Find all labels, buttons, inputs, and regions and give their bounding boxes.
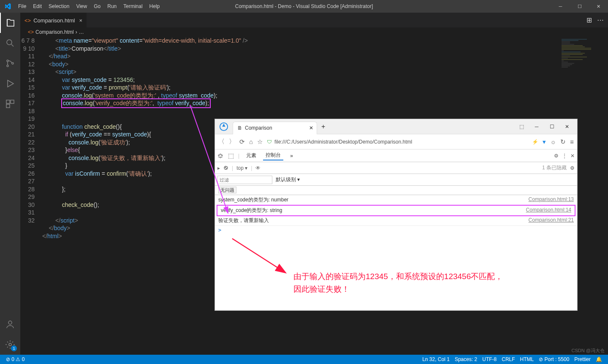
devtools-tab-console[interactable]: 控制台 <box>263 151 283 160</box>
console-row: 验证失败，请重新输入 Comparison.html:21 <box>215 216 577 226</box>
browser-tab-close-icon[interactable]: ✕ <box>309 125 313 131</box>
inspect-icon[interactable]: ⯐ <box>217 152 224 159</box>
console-row: system_code的类型为: number Comparison.html:… <box>215 195 577 205</box>
url-text: file:///C:/Users/Administrator/Desktop/D… <box>274 139 412 145</box>
devtools-menu-icon[interactable]: ⋮ <box>562 153 567 159</box>
menu-view[interactable]: View <box>73 3 90 9</box>
menu-file[interactable]: File <box>15 3 30 9</box>
console-source-link[interactable]: Comparison.html:21 <box>529 217 574 224</box>
theme-icon[interactable]: ☼ <box>550 138 556 145</box>
console-toolbar: ▸ 🛇 | top ▾ | 👁 1 条已隐藏 ⚙ <box>215 162 577 174</box>
source-control-icon[interactable] <box>0 53 20 73</box>
svg-point-1 <box>7 60 8 62</box>
status-eol[interactable]: CRLF <box>499 356 517 362</box>
breadcrumb-sep: › <box>76 29 77 35</box>
log-level-dropdown[interactable]: 默认级别 ▾ <box>276 176 300 183</box>
forward-button[interactable]: 〉 <box>229 138 235 146</box>
browser-tab-title: Comparison <box>245 125 272 131</box>
status-cursor[interactable]: Ln 32, Col 1 <box>420 356 452 362</box>
breadcrumb-ell: … <box>79 29 84 35</box>
menu-run[interactable]: Run <box>104 3 120 9</box>
device-icon[interactable]: ⬚ <box>228 152 234 160</box>
console-context[interactable]: top ▾ <box>236 165 247 171</box>
browser-extension-icon[interactable]: ⬚ <box>515 124 528 130</box>
devtools-header: ⯐ ⬚ | 元素 控制台 » ⚙ ⋮ ✕ <box>215 149 577 162</box>
back-button[interactable]: 〈 <box>218 138 225 146</box>
window-title: Comparison.html - Demo - Visual Studio C… <box>235 3 373 9</box>
console-clear-icon[interactable]: 🛇 <box>223 165 228 171</box>
tab-comparison[interactable]: <> Comparison.html × <box>20 13 87 27</box>
new-tab-button[interactable]: + <box>317 123 329 130</box>
lightning-icon[interactable]: ⚡ <box>532 139 538 145</box>
hidden-count: 1 条已隐藏 <box>542 164 567 171</box>
console-prompt[interactable]: > <box>215 226 577 234</box>
minimize-button[interactable]: ─ <box>551 0 570 13</box>
console-message: system_code的类型为: number <box>218 196 529 204</box>
tab-label: Comparison.html <box>33 17 75 24</box>
browser-logo-icon[interactable] <box>215 122 233 131</box>
tab-close-icon[interactable]: × <box>79 17 82 24</box>
status-errors[interactable]: ⊘ 0 ⚠ 0 <box>3 356 27 362</box>
console-source-link[interactable]: Comparison.html:14 <box>526 207 571 214</box>
browser-maximize-button[interactable]: ☐ <box>545 124 559 130</box>
run-debug-icon[interactable] <box>0 73 20 94</box>
issues-row: 无问题 <box>215 186 577 195</box>
devtools-tab-more[interactable]: » <box>288 152 296 160</box>
maximize-button[interactable]: ☐ <box>570 0 589 13</box>
menu-go[interactable]: Go <box>90 3 104 9</box>
status-prettier[interactable]: Prettier <box>572 356 593 362</box>
extensions-icon[interactable] <box>0 94 20 114</box>
console-settings-icon[interactable]: ⚙ <box>570 165 575 171</box>
svg-point-8 <box>9 343 11 346</box>
svg-rect-4 <box>6 100 10 103</box>
menu-edit[interactable]: Edit <box>30 3 45 9</box>
reload-button[interactable]: ⟳ <box>239 138 245 146</box>
status-bell-icon[interactable]: 🔔 <box>593 356 605 362</box>
vscode-logo-icon <box>0 3 15 10</box>
breadcrumb-file: Comparison.html <box>35 29 74 35</box>
status-liveserver[interactable]: ⊘ Port : 5500 <box>536 356 572 362</box>
titlebar: File Edit Selection View Go Run Terminal… <box>0 0 608 13</box>
status-spaces[interactable]: Spaces: 2 <box>452 356 480 362</box>
console-play-icon[interactable]: ▸ <box>217 165 220 171</box>
search-icon[interactable] <box>0 33 20 53</box>
devtools-close-icon[interactable]: ✕ <box>570 153 575 159</box>
breadcrumb[interactable]: <> Comparison.html › … <box>20 27 608 37</box>
chevron-down-icon[interactable]: ▾ <box>543 138 546 146</box>
browser-minimize-button[interactable]: ─ <box>530 124 543 130</box>
explorer-icon[interactable] <box>0 13 20 33</box>
line-gutter: 6 7 8 9 10 11 12 13 14 15 16 17 18 19 20… <box>20 37 42 355</box>
console-eye-icon[interactable]: 👁 <box>255 165 261 171</box>
no-issues-badge[interactable]: 无问题 <box>218 187 236 193</box>
account-icon[interactable] <box>0 314 20 334</box>
svg-point-2 <box>7 65 8 67</box>
html-file-icon: <> <box>24 17 31 24</box>
console-message: 验证失败，请重新输入 <box>218 217 529 224</box>
devtools-settings-icon[interactable]: ⚙ <box>554 153 559 159</box>
browser-close-button[interactable]: ✕ <box>560 124 574 130</box>
security-shield-icon: 🛡 <box>267 139 272 145</box>
devtools-tab-elements[interactable]: 元素 <box>244 151 259 160</box>
favorite-button[interactable]: ☆ <box>257 138 263 146</box>
status-encoding[interactable]: UTF-8 <box>480 356 499 362</box>
menu-icon[interactable]: ≡ <box>570 138 574 145</box>
svg-rect-5 <box>11 100 14 103</box>
tab-actions: ⊞ ⋯ <box>586 16 608 24</box>
browser-tab[interactable]: 🗎 Comparison ✕ <box>233 122 317 134</box>
console-filter-input[interactable] <box>217 176 272 184</box>
menu-help[interactable]: Help <box>146 3 163 9</box>
annotation-line1: 由于输入的验证码为12345，和系统预设的123456不匹配， <box>293 270 503 283</box>
status-language[interactable]: HTML <box>518 356 537 362</box>
history-icon[interactable]: ↻ <box>560 138 566 146</box>
svg-point-0 <box>7 40 12 45</box>
close-button[interactable]: ✕ <box>589 0 608 13</box>
home-button[interactable]: ⌂ <box>249 138 253 145</box>
menu-selection[interactable]: Selection <box>45 3 73 9</box>
menu-terminal[interactable]: Terminal <box>120 3 146 9</box>
settings-icon[interactable]: 1 <box>0 334 20 355</box>
more-actions-icon[interactable]: ⋯ <box>597 16 604 24</box>
address-bar[interactable]: 🛡 file:///C:/Users/Administrator/Desktop… <box>267 139 528 145</box>
console-source-link[interactable]: Comparison.html:13 <box>529 196 574 204</box>
watermark: CSDN @冯大仓 <box>572 348 605 354</box>
split-editor-icon[interactable]: ⊞ <box>586 16 592 24</box>
